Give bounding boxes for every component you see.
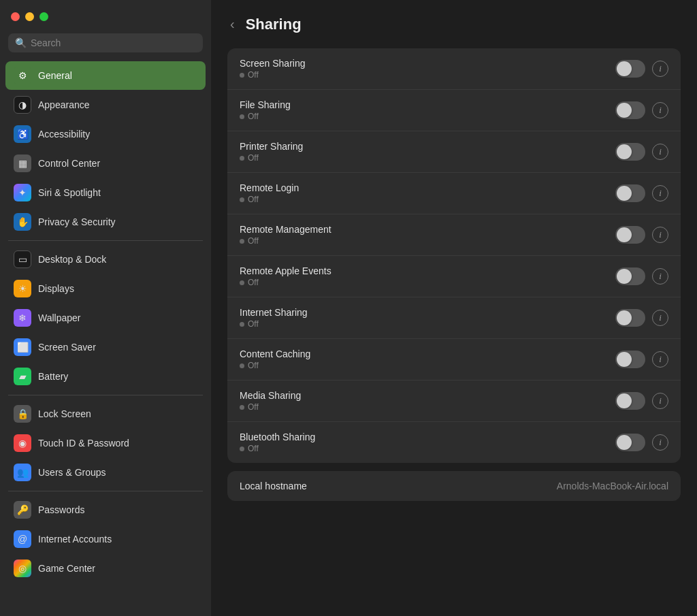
setting-info-bluetooth-sharing: Bluetooth SharingOff	[240, 432, 609, 453]
setting-controls-bluetooth-sharing: i	[615, 434, 668, 451]
sidebar-label-displays: Displays	[38, 283, 74, 294]
sidebar-item-game-center[interactable]: ◎Game Center	[5, 554, 206, 583]
sidebar-item-battery[interactable]: ▰Battery	[5, 362, 206, 391]
sidebar-item-siri-spotlight[interactable]: ✦Siri & Spotlight	[5, 178, 206, 207]
info-button-remote-apple-events[interactable]: i	[652, 268, 668, 285]
search-input[interactable]	[31, 37, 196, 48]
setting-controls-remote-login: i	[615, 184, 668, 202]
info-button-remote-management[interactable]: i	[652, 227, 668, 243]
toggle-screen-sharing[interactable]	[615, 60, 645, 78]
setting-info-remote-management: Remote ManagementOff	[240, 224, 609, 246]
sidebar-icon-appearance: ◑	[14, 96, 31, 114]
setting-info-media-sharing: Media SharingOff	[240, 390, 609, 412]
info-button-printer-sharing[interactable]: i	[652, 144, 668, 160]
setting-controls-remote-apple-events: i	[615, 268, 668, 285]
sidebar-icon-users-groups: 👥	[14, 464, 31, 481]
search-icon: 🔍	[15, 37, 27, 48]
sidebar-item-passwords[interactable]: 🔑Passwords	[5, 496, 206, 524]
setting-status-remote-login: Off	[240, 195, 609, 204]
setting-row-media-sharing: Media SharingOffi	[227, 380, 681, 422]
titlebar-buttons	[0, 0, 211, 31]
setting-name-remote-management: Remote Management	[240, 224, 609, 235]
maximize-button[interactable]	[39, 12, 48, 21]
info-button-internet-sharing[interactable]: i	[652, 310, 668, 326]
status-dot-printer-sharing	[240, 156, 244, 161]
status-text-remote-management: Off	[248, 236, 259, 246]
sidebar-icon-screen-saver: ⬜	[14, 338, 31, 356]
status-dot-screen-sharing	[240, 73, 244, 78]
info-button-screen-sharing[interactable]: i	[652, 61, 668, 77]
sidebar-label-touch-id-password: Touch ID & Password	[38, 438, 129, 449]
sidebar-item-users-groups[interactable]: 👥Users & Groups	[5, 458, 206, 487]
sidebar-item-appearance[interactable]: ◑Appearance	[5, 91, 206, 119]
setting-row-content-caching: Content CachingOffi	[227, 339, 681, 380]
toggle-internet-sharing[interactable]	[615, 309, 645, 327]
hostname-card: Local hostname Arnolds-MacBook-Air.local	[227, 471, 681, 501]
sidebar-label-passwords: Passwords	[38, 504, 84, 515]
sidebar-item-control-center[interactable]: ▦Control Center	[5, 149, 206, 178]
sidebar-item-accessibility[interactable]: ♿Accessibility	[5, 120, 206, 148]
setting-name-media-sharing: Media Sharing	[240, 390, 609, 401]
sidebar-icon-internet-accounts: @	[14, 530, 31, 548]
toggle-bluetooth-sharing[interactable]	[615, 434, 645, 451]
sidebar-label-desktop-dock: Desktop & Dock	[38, 254, 106, 265]
setting-name-screen-sharing: Screen Sharing	[240, 58, 609, 69]
status-text-internet-sharing: Off	[248, 319, 259, 329]
sidebar-icon-displays: ☀	[14, 280, 31, 297]
sidebar-label-accessibility: Accessibility	[38, 129, 90, 140]
setting-name-file-sharing: File Sharing	[240, 99, 609, 110]
sidebar-item-general[interactable]: ⚙General	[5, 61, 206, 90]
hostname-label: Local hostname	[240, 481, 307, 491]
status-text-content-caching: Off	[248, 361, 259, 370]
setting-status-internet-sharing: Off	[240, 319, 609, 329]
sidebar-divider	[8, 240, 203, 241]
setting-row-remote-apple-events: Remote Apple EventsOffi	[227, 256, 681, 297]
status-text-remote-apple-events: Off	[248, 278, 259, 287]
setting-status-printer-sharing: Off	[240, 153, 609, 163]
status-dot-media-sharing	[240, 405, 244, 410]
sidebar-item-wallpaper[interactable]: ❄Wallpaper	[5, 304, 206, 332]
toggle-remote-management[interactable]	[615, 226, 645, 244]
search-bar: 🔍	[8, 33, 203, 52]
close-button[interactable]	[11, 12, 20, 21]
setting-status-screen-sharing: Off	[240, 70, 609, 80]
info-button-media-sharing[interactable]: i	[652, 393, 668, 409]
info-button-bluetooth-sharing[interactable]: i	[652, 434, 668, 451]
sidebar-item-privacy-security[interactable]: ✋Privacy & Security	[5, 208, 206, 236]
sidebar-label-privacy-security: Privacy & Security	[38, 216, 116, 227]
setting-status-bluetooth-sharing: Off	[240, 444, 609, 453]
setting-controls-remote-management: i	[615, 226, 668, 244]
setting-controls-content-caching: i	[615, 351, 668, 368]
info-button-file-sharing[interactable]: i	[652, 102, 668, 118]
info-button-remote-login[interactable]: i	[652, 185, 668, 201]
setting-controls-file-sharing: i	[615, 101, 668, 119]
toggle-printer-sharing[interactable]	[615, 143, 645, 161]
sidebar-item-touch-id-password[interactable]: ◉Touch ID & Password	[5, 429, 206, 457]
setting-controls-media-sharing: i	[615, 392, 668, 410]
toggle-remote-login[interactable]	[615, 184, 645, 202]
minimize-button[interactable]	[25, 12, 34, 21]
status-dot-content-caching	[240, 363, 244, 368]
toggle-remote-apple-events[interactable]	[615, 268, 645, 285]
sidebar-item-internet-accounts[interactable]: @Internet Accounts	[5, 525, 206, 553]
sidebar-label-wallpaper: Wallpaper	[38, 312, 81, 323]
sidebar-icon-lock-screen: 🔒	[14, 405, 31, 423]
sidebar-icon-game-center: ◎	[14, 560, 31, 577]
setting-controls-printer-sharing: i	[615, 143, 668, 161]
toggle-content-caching[interactable]	[615, 351, 645, 368]
sidebar-item-screen-saver[interactable]: ⬜Screen Saver	[5, 333, 206, 361]
sidebar-item-desktop-dock[interactable]: ▭Desktop & Dock	[5, 245, 206, 274]
status-text-bluetooth-sharing: Off	[248, 444, 259, 453]
sidebar-item-displays[interactable]: ☀Displays	[5, 274, 206, 303]
toggle-media-sharing[interactable]	[615, 392, 645, 410]
setting-name-bluetooth-sharing: Bluetooth Sharing	[240, 432, 609, 442]
setting-status-file-sharing: Off	[240, 112, 609, 121]
status-dot-file-sharing	[240, 114, 244, 119]
sidebar-label-game-center: Game Center	[38, 563, 95, 574]
info-button-content-caching[interactable]: i	[652, 351, 668, 368]
status-dot-bluetooth-sharing	[240, 447, 244, 451]
toggle-file-sharing[interactable]	[615, 101, 645, 119]
sidebar-item-lock-screen[interactable]: 🔒Lock Screen	[5, 400, 206, 428]
setting-row-internet-sharing: Internet SharingOffi	[227, 297, 681, 339]
back-button[interactable]: ‹	[227, 14, 238, 35]
